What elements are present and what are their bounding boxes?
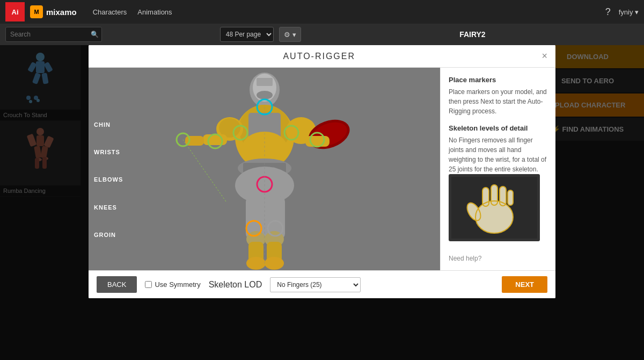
mixamo-text: mixamo (46, 8, 77, 17)
adobe-logo: Ai (5, 2, 25, 21)
modal-title: AUTO-RIGGER (97, 52, 541, 61)
gear-button[interactable]: ⚙ ▾ (279, 27, 301, 42)
per-page-select[interactable]: 48 Per page (220, 27, 274, 42)
symmetry-check-label: Use Symmetry (145, 280, 200, 289)
need-help-link[interactable]: Need help? (449, 249, 547, 262)
back-button[interactable]: BACK (97, 276, 137, 293)
search-icon: 🔍 (91, 31, 99, 38)
modal-body: CHIN WRISTS ELBOWS KNEES GROIN (89, 68, 555, 270)
symmetry-label: Use Symmetry (155, 280, 200, 289)
place-markers-section: Place markers Place markers on your mode… (449, 76, 547, 116)
svg-line-49 (183, 140, 226, 201)
modal-overlay: AUTO-RIGGER × CHIN WRISTS ELBOWS KNEES G… (0, 45, 644, 360)
modal-right-panel: Place markers Place markers on your mode… (440, 68, 555, 270)
skeleton-detail-title: Skeleton levels of detail (449, 124, 547, 132)
place-markers-text: Place markers on your model, and then pr… (449, 87, 547, 116)
marker-label-elbows: ELBOWS (89, 176, 131, 183)
svg-rect-33 (203, 134, 227, 145)
modal-close-button[interactable]: × (541, 51, 547, 62)
nav-links: Characters Animations (93, 8, 172, 16)
svg-rect-64 (508, 190, 513, 205)
main-layout: Crouch To Stand Rumba Dancing (0, 45, 644, 360)
top-navigation: Ai M mixamo Characters Animations ? fyni… (0, 0, 644, 24)
modal-footer: BACK Use Symmetry Skeleton LOD No Finger… (89, 270, 555, 298)
marker-label-wrists: WRISTS (89, 149, 131, 155)
nav-characters[interactable]: Characters (93, 8, 127, 16)
hand-image (449, 174, 540, 241)
place-markers-title: Place markers (449, 76, 547, 84)
svg-point-46 (265, 257, 284, 270)
marker-label-knees: KNEES (89, 204, 131, 211)
user-menu[interactable]: fyniy ▾ (619, 8, 639, 16)
svg-point-23 (257, 91, 273, 99)
symmetry-checkbox[interactable] (145, 281, 152, 288)
svg-rect-62 (491, 185, 497, 205)
lod-select[interactable]: No Fingers (25) Standard (65) No Fingers… (270, 277, 361, 292)
help-icon[interactable]: ? (605, 6, 611, 18)
mixamo-logo[interactable]: M mixamo (30, 5, 77, 18)
viewport[interactable]: CHIN WRISTS ELBOWS KNEES GROIN (89, 68, 440, 270)
mixamo-logo-icon: M (30, 5, 43, 18)
hand-svg (451, 177, 537, 239)
nav-animations[interactable]: Animations (137, 8, 172, 16)
marker-label-chin: CHIN (89, 121, 131, 128)
toolbar: 🔍 48 Per page ⚙ ▾ FAIRY2 (0, 24, 644, 45)
gear-icon: ⚙ (284, 31, 290, 39)
search-input[interactable] (10, 31, 91, 38)
character-viewport-svg (136, 68, 393, 270)
marker-label-groin: GROIN (89, 232, 131, 238)
modal-header: AUTO-RIGGER × (89, 45, 555, 68)
svg-rect-22 (257, 78, 273, 86)
skeleton-detail-text: No Fingers removes all finger joints and… (449, 135, 547, 174)
svg-point-42 (246, 257, 266, 270)
skeleton-detail-section: Skeleton levels of detail No Fingers rem… (449, 124, 547, 241)
svg-rect-35 (305, 136, 330, 147)
next-button[interactable]: NEXT (502, 276, 547, 293)
marker-labels: CHIN WRISTS ELBOWS KNEES GROIN (89, 68, 131, 270)
auto-rigger-modal: AUTO-RIGGER × CHIN WRISTS ELBOWS KNEES G… (89, 45, 555, 298)
search-box[interactable]: 🔍 (5, 27, 102, 42)
gear-arrow: ▾ (292, 31, 296, 39)
skeleton-lod-label: Skeleton LOD (209, 280, 262, 290)
character-name: FAIRY2 (419, 30, 526, 39)
